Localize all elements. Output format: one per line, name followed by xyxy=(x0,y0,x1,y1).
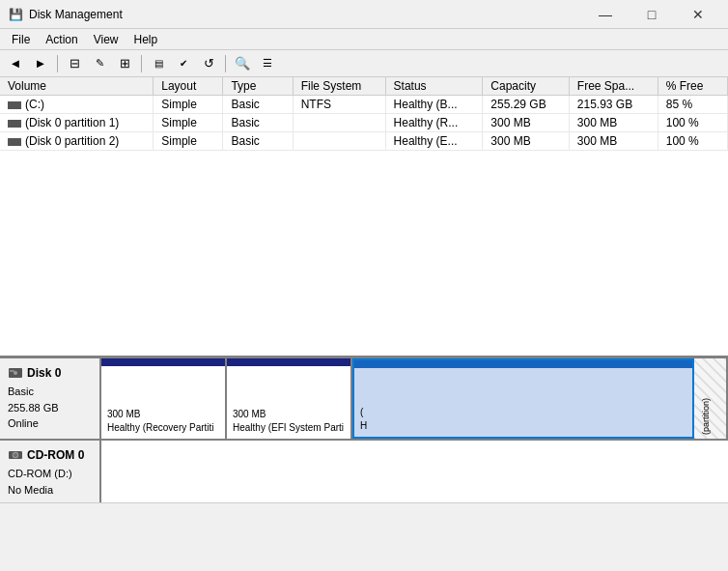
menu-help[interactable]: Help xyxy=(126,31,166,48)
table-row[interactable]: (C:) Simple Basic NTFS Healthy (B... 255… xyxy=(0,96,728,114)
main-area: Volume Layout Type File System Status Ca… xyxy=(0,77,728,571)
table-row[interactable]: (Disk 0 partition 1) Simple Basic Health… xyxy=(0,114,728,132)
table-row[interactable]: (Disk 0 partition 2) Simple Basic Health… xyxy=(0,132,728,151)
cell-capacity: 255.29 GB xyxy=(483,96,570,114)
toolbar-btn-8[interactable]: ↺ xyxy=(197,53,220,74)
forward-button[interactable]: ► xyxy=(29,53,52,74)
cell-freespace: 300 MB xyxy=(569,132,658,151)
col-capacity: Capacity xyxy=(483,77,570,96)
cdrom0-label: CD-ROM 0 CD-ROM (D:) No Media xyxy=(0,441,101,502)
cell-pctfree: 85 % xyxy=(658,96,727,114)
svg-rect-2 xyxy=(10,370,14,372)
app-icon: 💾 xyxy=(8,7,23,22)
unallocated-text: (partition) xyxy=(700,398,720,435)
window-title: Disk Management xyxy=(29,8,583,21)
cell-pctfree: 100 % xyxy=(658,132,727,151)
cell-capacity: 300 MB xyxy=(483,132,570,151)
col-type: Type xyxy=(223,77,293,96)
partition-efi-bar xyxy=(227,358,350,366)
cdrom-icon xyxy=(8,447,23,463)
col-status: Status xyxy=(385,77,483,96)
back-button[interactable]: ◄ xyxy=(4,53,27,74)
svg-point-5 xyxy=(14,454,16,456)
cell-status: Healthy (B... xyxy=(385,96,483,114)
cell-status: Healthy (R... xyxy=(385,114,483,132)
partition-main-text: ( H xyxy=(360,406,686,433)
menu-action[interactable]: Action xyxy=(38,31,85,48)
cell-type: Basic xyxy=(223,132,293,151)
cell-filesystem xyxy=(293,132,385,151)
partition-recovery-bar xyxy=(101,358,225,366)
cell-volume: (Disk 0 partition 1) xyxy=(0,114,154,132)
cdrom0-content xyxy=(101,441,728,502)
window-controls: — □ ✕ xyxy=(583,0,720,29)
cell-volume: (C:) xyxy=(0,96,154,114)
toolbar-btn-9[interactable]: 🔍 xyxy=(231,53,254,74)
maximize-button[interactable]: □ xyxy=(630,0,674,29)
disk-panel: Disk 0 Basic 255.88 GB Online 300 MB Hea… xyxy=(0,358,728,571)
cell-volume: (Disk 0 partition 2) xyxy=(0,132,154,151)
disk0-label: Disk 0 Basic 255.88 GB Online xyxy=(0,358,101,439)
disk0-status: Online xyxy=(8,415,92,432)
partition-recovery-text: 300 MB Healthy (Recovery Partiti xyxy=(107,408,219,435)
volume-table-panel: Volume Layout Type File System Status Ca… xyxy=(0,77,728,358)
menu-view[interactable]: View xyxy=(86,31,126,48)
partition-main-bar xyxy=(354,360,692,368)
toolbar-btn-10[interactable]: ☰ xyxy=(256,53,279,74)
toolbar-btn-7[interactable]: ✔ xyxy=(172,53,195,74)
partition-main[interactable]: ( H xyxy=(352,358,694,439)
cell-layout: Simple xyxy=(154,96,223,114)
partition-efi-text: 300 MB Healthy (EFI System Parti xyxy=(233,408,345,435)
cell-filesystem: NTFS xyxy=(293,96,385,114)
close-button[interactable]: ✕ xyxy=(676,0,720,29)
disk0-type: Basic xyxy=(8,384,92,400)
disk-icon xyxy=(8,365,23,381)
col-freespace: Free Spa... xyxy=(569,77,658,96)
table-header-row: Volume Layout Type File System Status Ca… xyxy=(0,77,728,96)
cell-layout: Simple xyxy=(154,114,223,132)
cdrom0-drive: CD-ROM (D:) xyxy=(8,466,92,482)
toolbar-sep-1 xyxy=(57,55,58,72)
toolbar-btn-5[interactable]: ⊞ xyxy=(113,53,136,74)
toolbar-btn-3[interactable]: ⊟ xyxy=(63,53,86,74)
cell-pctfree: 100 % xyxy=(658,114,727,132)
disk0-size: 255.88 GB xyxy=(8,400,92,416)
toolbar: ◄ ► ⊟ ✎ ⊞ ▤ ✔ ↺ 🔍 ☰ xyxy=(0,50,728,77)
menu-bar: File Action View Help xyxy=(0,29,728,50)
cell-status: Healthy (E... xyxy=(385,132,483,151)
toolbar-sep-2 xyxy=(141,55,142,72)
toolbar-sep-3 xyxy=(225,55,226,72)
toolbar-btn-6[interactable]: ▤ xyxy=(147,53,170,74)
col-volume: Volume xyxy=(0,77,154,96)
cell-type: Basic xyxy=(223,96,293,114)
cell-layout: Simple xyxy=(154,132,223,151)
partition-efi[interactable]: 300 MB Healthy (EFI System Parti xyxy=(227,358,352,439)
cdrom0-name: CD-ROM 0 xyxy=(27,446,84,464)
disk0-partitions: 300 MB Healthy (Recovery Partiti 300 MB … xyxy=(101,358,728,439)
cdrom0-row: CD-ROM 0 CD-ROM (D:) No Media xyxy=(0,441,728,503)
cdrom0-status: No Media xyxy=(8,482,92,499)
cell-type: Basic xyxy=(223,114,293,132)
cell-freespace: 300 MB xyxy=(569,114,658,132)
disk0-row: Disk 0 Basic 255.88 GB Online 300 MB Hea… xyxy=(0,358,728,441)
partition-unallocated: (partition) xyxy=(694,358,728,439)
menu-file[interactable]: File xyxy=(4,31,38,48)
col-pctfree: % Free xyxy=(658,77,727,96)
col-layout: Layout xyxy=(154,77,223,96)
cell-freespace: 215.93 GB xyxy=(569,96,658,114)
title-bar: 💾 Disk Management — □ ✕ xyxy=(0,0,728,29)
minimize-button[interactable]: — xyxy=(583,0,628,29)
volume-table: Volume Layout Type File System Status Ca… xyxy=(0,77,728,151)
partition-recovery[interactable]: 300 MB Healthy (Recovery Partiti xyxy=(101,358,227,439)
cell-filesystem xyxy=(293,114,385,132)
col-filesystem: File System xyxy=(293,77,385,96)
cell-capacity: 300 MB xyxy=(483,114,570,132)
disk0-name: Disk 0 xyxy=(27,364,61,382)
toolbar-btn-4[interactable]: ✎ xyxy=(88,53,111,74)
